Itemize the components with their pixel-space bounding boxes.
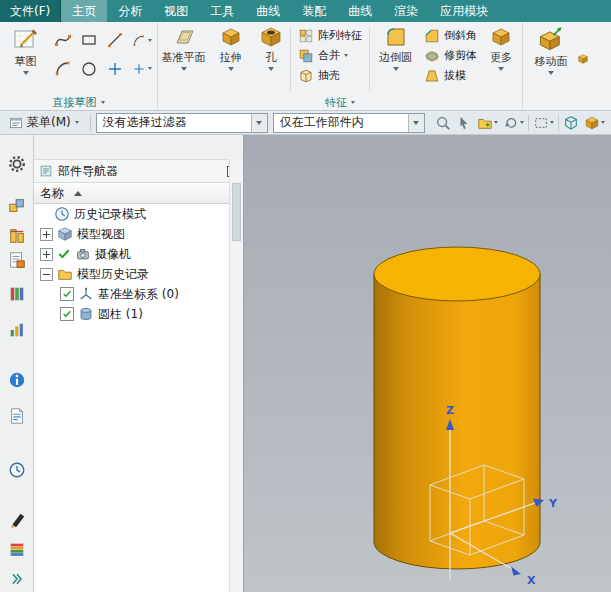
rectangle-icon <box>80 31 98 49</box>
selection-filter-caret[interactable] <box>251 114 267 132</box>
part-navigator-button[interactable] <box>5 249 29 271</box>
cycle-caret[interactable] <box>520 121 524 124</box>
folder-add-caret[interactable] <box>494 121 498 124</box>
navigator-scrollbar-thumb[interactable] <box>232 183 241 241</box>
selection-scope-dropdown[interactable]: 仅在工作部件内 <box>273 113 425 133</box>
assembly-navigator-button[interactable] <box>5 195 29 217</box>
document-icon <box>8 407 26 425</box>
datum-plane-caret[interactable] <box>181 67 187 71</box>
tree-item-model-views[interactable]: 模型视图 <box>34 224 230 244</box>
feature-group-label-row[interactable]: 特征 <box>160 95 520 110</box>
direct-sketch-group-label-row[interactable]: 直接草图 <box>2 95 155 110</box>
sketch-button[interactable]: 草图 <box>2 23 49 95</box>
sketch-dropdown-caret[interactable] <box>23 71 29 75</box>
extrude-icon <box>220 26 242 48</box>
name-column-header[interactable]: 名称 <box>34 183 230 204</box>
shell-button[interactable]: 抽壳 <box>294 66 366 85</box>
more-caret[interactable] <box>498 67 504 71</box>
datum-csys-checkbox[interactable] <box>60 287 74 301</box>
tab-analysis[interactable]: 分析 <box>107 0 153 22</box>
profile-curve-button[interactable] <box>51 27 75 52</box>
collapse-model-history-icon[interactable] <box>40 268 53 281</box>
tree-item-datum-csys[interactable]: 基准坐标系 (0) <box>34 284 230 304</box>
menu-button[interactable]: 菜单(M) <box>3 112 85 133</box>
history-palette-button[interactable] <box>5 459 29 481</box>
roles-button[interactable] <box>5 539 29 561</box>
unite-caret[interactable] <box>344 54 348 57</box>
tab-curve[interactable]: 曲线 <box>245 0 291 22</box>
touch-mode-button[interactable] <box>5 153 29 175</box>
process-studio-button[interactable] <box>5 509 29 531</box>
tab-render[interactable]: 渲染 <box>383 0 429 22</box>
cylinder-top-face[interactable] <box>374 247 540 301</box>
separator <box>90 115 91 131</box>
circle-button[interactable] <box>77 56 101 81</box>
visual-reports-button[interactable] <box>5 319 29 341</box>
web-browser-button[interactable] <box>5 405 29 427</box>
find-component-button[interactable] <box>434 114 452 132</box>
sketch-constraints-button[interactable] <box>130 56 154 81</box>
chamfer-button[interactable]: 倒斜角 <box>420 26 481 45</box>
constraint-navigator-button[interactable] <box>5 225 29 247</box>
arc-button[interactable] <box>51 56 75 81</box>
expand-model-views-icon[interactable] <box>40 228 53 241</box>
reuse-library-button[interactable] <box>5 283 29 305</box>
more-curves-button[interactable] <box>130 28 154 53</box>
tab-curve-2[interactable]: 曲线 <box>337 0 383 22</box>
selection-filter-dropdown[interactable]: 没有选择过滤器 <box>96 113 268 133</box>
extrude-caret[interactable] <box>228 67 234 71</box>
constraint-gallery-caret[interactable] <box>148 67 152 70</box>
datum-plane-button[interactable]: 基准平面 <box>160 23 207 95</box>
shaded-view-button[interactable] <box>583 114 606 132</box>
hole-button[interactable]: 孔 <box>254 23 288 95</box>
select-pointer-button[interactable] <box>455 114 473 132</box>
tab-view[interactable]: 视图 <box>153 0 199 22</box>
edge-blend-button[interactable]: 边倒圆 <box>372 23 419 95</box>
cylinder-body[interactable] <box>374 274 540 569</box>
tab-home[interactable]: 主页 <box>61 0 107 22</box>
viewport-canvas[interactable]: Z Y X <box>244 135 611 592</box>
rectangle-button[interactable] <box>77 27 101 52</box>
curve-gallery-caret[interactable] <box>148 39 152 42</box>
cycle-selection-button[interactable] <box>502 114 525 132</box>
cylinder-checkbox[interactable] <box>60 307 74 321</box>
shaded-view-caret[interactable] <box>601 121 605 124</box>
pattern-feature-button[interactable]: 阵列特征 <box>294 26 366 45</box>
edge-blend-caret[interactable] <box>393 67 399 71</box>
draft-button[interactable]: 拔模 <box>420 66 481 85</box>
tree-item-history-mode[interactable]: 历史记录模式 <box>34 204 230 224</box>
tab-assemblies[interactable]: 装配 <box>291 0 337 22</box>
extrude-button[interactable]: 拉伸 <box>207 23 254 95</box>
trim-body-button[interactable]: 修剪体 <box>420 46 481 65</box>
shell-icon <box>298 68 314 84</box>
expand-cameras-icon[interactable] <box>40 248 53 261</box>
clipped-ribbon-button[interactable] <box>577 23 589 95</box>
move-face-button[interactable]: 移动面 <box>525 23 577 95</box>
resource-bar-overflow-button[interactable] <box>5 568 29 590</box>
unite-button[interactable]: 合并 <box>294 46 366 65</box>
tab-tools[interactable]: 工具 <box>199 0 245 22</box>
tree-item-cameras[interactable]: 摄像机 <box>34 244 230 264</box>
tree-item-model-history[interactable]: 模型历史记录 <box>34 264 230 284</box>
selection-scope-caret[interactable] <box>408 114 424 132</box>
open-in-window-button[interactable] <box>476 114 499 132</box>
rectangle-select-button[interactable] <box>532 114 555 132</box>
feature-group-label: 特征 <box>325 95 347 110</box>
line-button[interactable] <box>103 27 127 52</box>
separator <box>369 27 370 91</box>
navigator-scrollbar[interactable] <box>229 159 243 592</box>
datum-plane-icon <box>173 26 195 48</box>
shaded-cube-icon <box>584 115 600 131</box>
cylinder-label: 圆柱 (1) <box>98 306 143 323</box>
hd3d-tools-button[interactable] <box>5 369 29 391</box>
more-button[interactable]: 更多 <box>482 23 520 95</box>
graphics-window[interactable]: Z Y X <box>244 135 611 592</box>
wireframe-view-button[interactable] <box>562 114 580 132</box>
tab-application[interactable]: 应用模块 <box>429 0 499 22</box>
move-face-caret[interactable] <box>548 71 554 75</box>
rectangle-select-caret[interactable] <box>550 121 554 124</box>
point-button[interactable] <box>103 56 127 81</box>
hole-caret[interactable] <box>268 67 274 71</box>
file-menu-button[interactable]: 文件(F) <box>0 0 61 22</box>
tree-item-cylinder[interactable]: 圆柱 (1) <box>34 304 230 324</box>
